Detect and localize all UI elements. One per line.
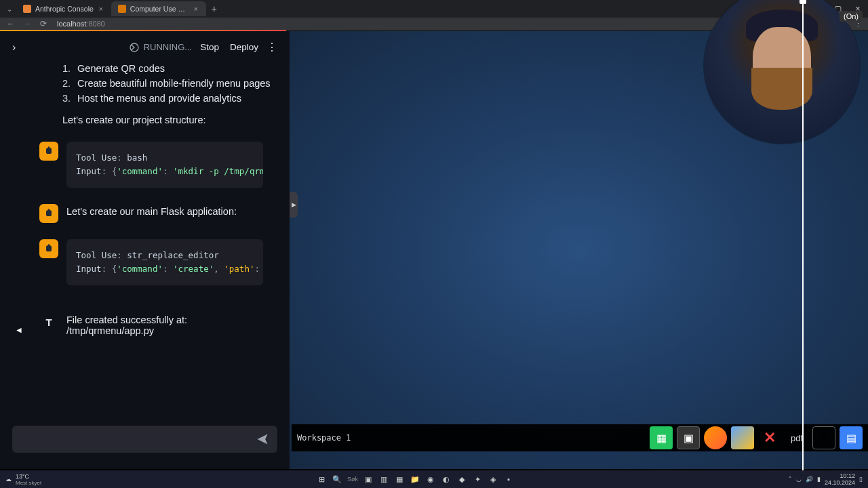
clock-date[interactable]: 24.10.2024 [825, 479, 855, 486]
running-icon [129, 42, 140, 53]
windows-taskbar: ☁ 13°C Mest skyet ⊞ 🔍 Søk ▣ ▥ ▦ 📁 ◉ ◐ ◆ … [0, 470, 868, 488]
url-host: localhost [57, 20, 86, 28]
pinned-app-icon[interactable]: ▦ [393, 472, 406, 486]
status-text: RUNNING... [144, 42, 193, 52]
clock-time[interactable]: 10:12 [825, 472, 855, 479]
tab-anthropic-console[interactable]: Anthropic Console × [16, 1, 111, 16]
pdf-app-icon[interactable]: pdf [785, 426, 808, 449]
image-viewer-icon[interactable] [731, 426, 754, 449]
url-field[interactable]: localhost:8080 [57, 20, 802, 28]
chat-input-area [0, 418, 290, 469]
taskbar-tray: ˄ ◡ 🔊 ▮ 10:12 24.10.2024 ▯ [789, 472, 863, 486]
start-button[interactable]: ⊞ [315, 472, 328, 486]
wifi-icon[interactable]: ◡ [796, 476, 802, 483]
list-item: 3.Host the menus and provide analytics [12, 93, 277, 104]
close-icon[interactable]: × [193, 5, 199, 12]
assistant-message: Let's create our main Flask application: [39, 204, 277, 223]
pinned-app-icon[interactable]: ✦ [471, 472, 484, 486]
send-icon [256, 432, 269, 446]
cursor-icon: ◄ [15, 325, 23, 335]
close-app-icon[interactable]: ✕ [758, 426, 781, 449]
forward-button[interactable]: → [22, 18, 33, 29]
chat-messages: 1.Generate QR codes 2.Create beautiful m… [0, 59, 290, 418]
panel-splitter[interactable]: ▶ [290, 192, 298, 218]
video-crop-divider[interactable] [802, 0, 804, 488]
status-indicator: RUNNING... [129, 42, 193, 53]
tool-avatar: T [39, 312, 58, 331]
tab-title: Computer Use Demo [130, 5, 189, 13]
tool-result-message: T File created successfully at: /tmp/qrm… [39, 312, 277, 336]
send-button[interactable] [253, 430, 272, 449]
tab-computer-use-demo[interactable]: Computer Use Demo × [111, 1, 206, 16]
notifications-icon[interactable]: ▯ [859, 476, 863, 483]
assistant-text: Let's create our main Flask application: [66, 204, 237, 223]
on-badge: (On) [840, 11, 863, 22]
expand-sidebar-button[interactable]: › [12, 41, 16, 54]
pinned-app-icon[interactable]: ◈ [486, 472, 500, 486]
favicon-icon [118, 5, 126, 13]
tabs-dropdown-icon[interactable]: ⌄ [7, 5, 12, 13]
task-view-icon[interactable]: ▣ [361, 472, 375, 486]
terminal-app-icon[interactable]: ▣ [677, 426, 700, 449]
assistant-avatar [39, 204, 58, 223]
back-button[interactable]: ← [5, 18, 16, 29]
new-tab-button[interactable]: + [212, 3, 217, 14]
favicon-icon [23, 5, 31, 13]
url-port: :8080 [86, 20, 105, 28]
list-item: 2.Create beautiful mobile-friendly menu … [12, 78, 277, 89]
sidebar-menu-icon[interactable]: ⋮ [267, 41, 277, 54]
taskbar-center: ⊞ 🔍 Søk ▣ ▥ ▦ 📁 ◉ ◐ ◆ ✦ ◈ ▪ [315, 472, 515, 486]
chat-input[interactable] [12, 426, 277, 453]
tool-use-block: Tool Use: str_replace_editor Input: {'co… [66, 239, 263, 285]
taskbar-weather[interactable]: ☁ 13°C Mest skyet [5, 473, 41, 486]
deploy-button[interactable]: Deploy [227, 42, 261, 52]
search-placeholder[interactable]: Søk [346, 472, 359, 486]
close-icon[interactable]: × [98, 5, 104, 12]
chrome-icon[interactable]: ◉ [424, 472, 437, 486]
tab-title: Anthropic Console [35, 5, 94, 13]
pinned-app-icon[interactable]: ▥ [377, 472, 391, 486]
workspace-label: Workspace 1 [297, 433, 351, 443]
assistant-avatar [39, 142, 58, 161]
sidebar-header: › RUNNING... Stop Deploy ⋮ [0, 31, 290, 59]
search-button[interactable]: 🔍 [330, 472, 344, 486]
tray-chevron-icon[interactable]: ˄ [789, 476, 792, 483]
pinned-app-icon[interactable]: ◆ [455, 472, 469, 486]
volume-icon[interactable]: 🔊 [806, 476, 813, 483]
reload-button[interactable]: ⟳ [38, 18, 49, 29]
assistant-message: Tool Use: str_replace_editor Input: {'co… [39, 239, 277, 285]
result-text: File created successfully at: /tmp/qrmen… [66, 312, 277, 336]
assistant-text: Let's create our project structure: [12, 115, 277, 125]
battery-icon[interactable]: ▮ [817, 476, 821, 483]
calculator-app-icon[interactable]: ▤ [840, 426, 863, 449]
desktop-dock: Workspace 1 ▦ ▣ ✕ pdf ✎ ▤ [292, 424, 868, 451]
tool-use-block: Tool Use: bash Input: {'command': 'mkdir… [66, 142, 263, 188]
editor-app-icon[interactable]: ✎ [812, 426, 835, 449]
weather-temp: 13°C [16, 473, 41, 480]
firefox-app-icon[interactable] [704, 426, 727, 449]
assistant-avatar [39, 239, 58, 258]
weather-desc: Mest skyet [16, 480, 41, 486]
spreadsheet-app-icon[interactable]: ▦ [650, 426, 673, 449]
list-item: 1.Generate QR codes [12, 63, 277, 74]
weather-icon: ☁ [5, 476, 12, 483]
pinned-app-icon[interactable]: ▪ [502, 472, 515, 486]
ordered-list: 1.Generate QR codes 2.Create beautiful m… [12, 63, 277, 104]
assistant-message: Tool Use: bash Input: {'command': 'mkdir… [39, 142, 277, 188]
edge-icon[interactable]: ◐ [439, 472, 453, 486]
chevron-right-icon: ▶ [292, 201, 296, 208]
chat-sidebar: › RUNNING... Stop Deploy ⋮ 1.Generate QR… [0, 31, 290, 469]
stop-button[interactable]: Stop [197, 42, 222, 52]
explorer-icon[interactable]: 📁 [408, 472, 422, 486]
